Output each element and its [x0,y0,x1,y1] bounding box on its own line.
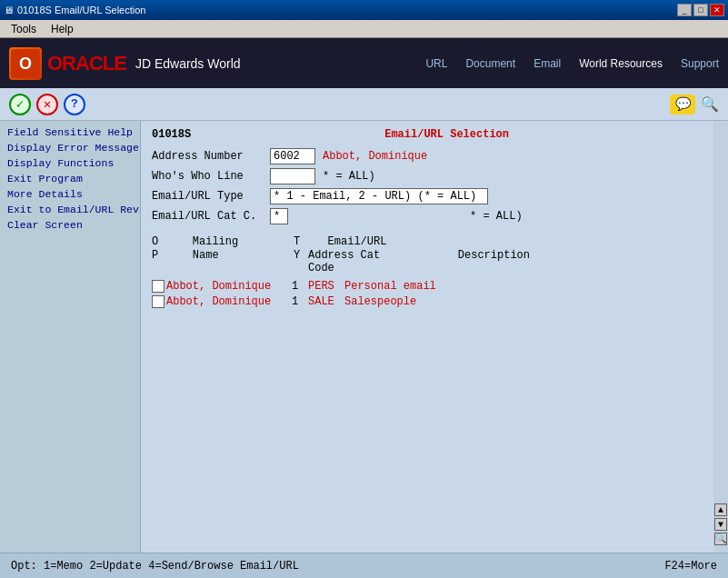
row-selector-2[interactable] [152,295,165,308]
email-url-cat-note: * = ALL) [470,210,523,223]
cancel-button[interactable]: ✕ [36,94,58,115]
sidebar-item-display-error[interactable]: Display Error Message [0,140,140,155]
whos-who-row: Who's Who Line * = ALL) [152,168,703,184]
oracle-logo: O ORACLE JD Edwards World [9,47,241,80]
oracle-header: O ORACLE JD Edwards World URL Document E… [0,38,728,88]
row-type-1: 1 [292,280,306,293]
table-header-1: O Mailing T Email/URL [152,235,703,248]
whos-who-input[interactable] [270,168,315,184]
form-header: 01018S Email/URL Selection [152,128,703,141]
address-number-row: Address Number Abbot, Dominique [152,148,703,164]
email-url-cat-label: Email/URL Cat C. [152,210,270,223]
confirm-button[interactable]: ✓ [9,94,31,115]
app-icon: 🖥 [4,5,14,15]
nav-support[interactable]: Support [681,57,719,70]
col-header-mailing: Mailing [166,235,294,248]
menu-tools[interactable]: Tools [4,20,44,37]
table-row: Abbot, Dominique 1 SALE Salespeople [152,295,703,308]
row-selector-1[interactable] [152,280,165,293]
col-header-description: Description [399,249,581,274]
window-title: 01018S Email/URL Selection [17,5,145,15]
nav-email[interactable]: Email [534,57,561,70]
toolbar-right: 💬 🔍 [670,95,719,115]
content-area: 01018S Email/URL Selection Address Numbe… [141,121,713,553]
scroll-up-button[interactable]: ▲ [714,503,727,516]
svg-text:O: O [19,55,32,73]
row-type-2: 1 [292,295,306,308]
sidebar-item-more-details[interactable]: More Details [0,186,140,202]
row-desc-2: Salespeople [344,295,416,308]
toolbar: ✓ ✕ ? 💬 🔍 [0,88,728,121]
col-header-t: T [294,235,308,248]
col-header-p: P [152,249,166,274]
email-url-type-input[interactable] [270,188,488,204]
col-header-address: Address Cat Code [308,249,399,274]
sidebar-item-exit-program[interactable]: Exit Program [0,171,140,186]
row-name-1: Abbot, Dominique [166,280,292,293]
oracle-icon: O [9,47,42,80]
scroll-down-button[interactable]: ▼ [714,518,727,531]
whos-who-label: Who's Who Line [152,170,270,183]
col-header-name: Name [166,249,294,274]
maximize-button[interactable]: □ [693,4,708,16]
sidebar: Field Sensitive Help Display Error Messa… [0,121,141,553]
row-cat-1: PERS [308,280,344,293]
oracle-nav: URL Document Email World Resources Suppo… [425,57,719,70]
scroll-area: ▲ ▼ 🔍 [713,121,728,553]
sidebar-item-exit-email-url[interactable]: Exit to Email/URL Revis [0,202,140,217]
status-text-right: F24=More [664,560,717,573]
address-number-value: Abbot, Dominique [323,150,427,163]
search-icon[interactable]: 🔍 [701,95,719,114]
minimize-button[interactable]: _ [677,4,692,16]
email-url-cat-row: Email/URL Cat C. * = ALL) [152,208,703,224]
nav-world-resources[interactable]: World Resources [579,57,663,70]
email-url-cat-input[interactable] [270,208,288,224]
sidebar-item-display-functions[interactable]: Display Functions [0,155,140,171]
status-bar: Opt: 1=Memo 2=Update 4=Send/Browse Email… [0,553,728,578]
col-header-o: O [152,235,166,248]
table-row: Abbot, Dominique 1 PERS Personal email [152,280,703,293]
email-url-type-label: Email/URL Type [152,190,270,203]
help-button[interactable]: ? [64,94,85,115]
address-number-input[interactable] [270,148,315,164]
window-controls: _ □ ✕ [677,4,724,16]
col-header-email: Email/URL [308,235,490,248]
menu-bar: Tools Help [0,20,728,38]
email-url-type-row: Email/URL Type [152,188,703,204]
jde-text: JD Edwards World [135,56,241,71]
oracle-text: ORACLE [47,52,126,75]
chat-icon[interactable]: 💬 [670,95,695,115]
sidebar-item-clear-screen[interactable]: Clear Screen [0,217,140,233]
sidebar-item-field-sensitive-help[interactable]: Field Sensitive Help [0,125,140,140]
whos-who-note: * = ALL) [323,170,375,183]
status-text-left: Opt: 1=Memo 2=Update 4=Send/Browse Email… [11,560,299,573]
program-id: 01018S [152,128,191,141]
scroll-zoom-button[interactable]: 🔍 [714,533,727,545]
table-area: O Mailing T Email/URL P Name Y Address C… [152,235,703,308]
row-name-2: Abbot, Dominique [166,295,292,308]
col-header-y: Y [294,249,308,274]
table-header-2: P Name Y Address Cat Code Description [152,249,703,274]
address-number-label: Address Number [152,150,270,163]
close-button[interactable]: ✕ [710,4,724,16]
menu-help[interactable]: Help [44,20,81,37]
title-bar: 🖥 01018S Email/URL Selection _ □ ✕ [0,0,728,20]
nav-url[interactable]: URL [425,57,447,70]
form-title: Email/URL Selection [191,128,703,141]
row-cat-2: SALE [308,295,344,308]
row-desc-1: Personal email [344,280,436,293]
nav-document[interactable]: Document [465,57,515,70]
